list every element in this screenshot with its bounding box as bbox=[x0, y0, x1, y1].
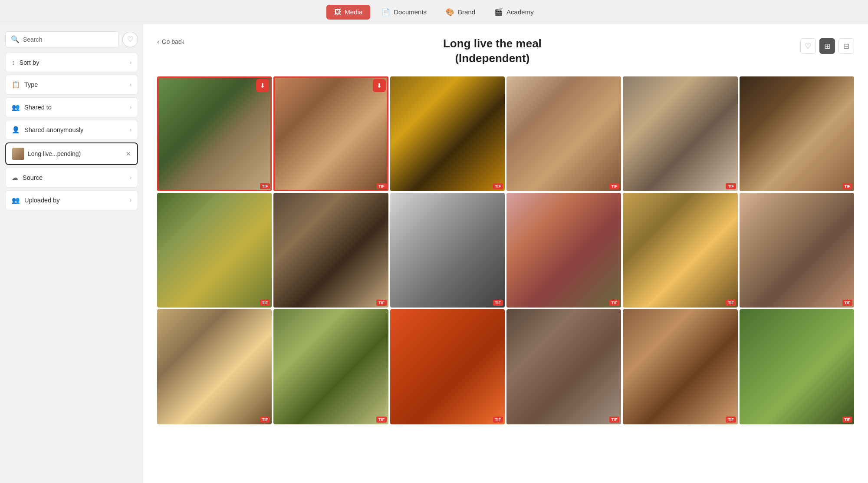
tif-badge-4: TIF bbox=[609, 183, 620, 189]
filter-uploaded-by-label: Uploaded by bbox=[24, 197, 59, 204]
tif-badge-16: TIF bbox=[609, 417, 620, 423]
image-grid: ⬇TIF⬇TIFTIFTIFTIFTIFTIFTIFTIFTIFTIFTIFTI… bbox=[157, 76, 854, 424]
favorite-button[interactable]: ♡ bbox=[122, 32, 138, 47]
header-actions: ♡ ⊞ ⊟ bbox=[800, 36, 854, 54]
image-tile-12[interactable]: TIF bbox=[740, 193, 854, 308]
nav-academy-label: Academy bbox=[506, 8, 534, 16]
search-icon: 🔍 bbox=[11, 35, 20, 43]
back-arrow-icon: ‹ bbox=[157, 38, 159, 45]
filter-shared-to[interactable]: 👥 Shared to › bbox=[5, 97, 138, 117]
filter-source-label: Source bbox=[23, 174, 43, 181]
filter-shared-anon-label: Shared anonymously bbox=[24, 126, 83, 133]
search-row: 🔍 ♡ bbox=[5, 31, 138, 47]
nav-brand[interactable]: 🎨 Brand bbox=[438, 4, 483, 20]
tif-badge-14: TIF bbox=[376, 417, 387, 423]
image-tile-15[interactable]: TIF bbox=[390, 309, 505, 424]
chevron-right-icon-5: › bbox=[130, 175, 132, 181]
tif-badge-12: TIF bbox=[842, 300, 853, 306]
image-tile-17[interactable]: TIF bbox=[623, 309, 737, 424]
download-button-2[interactable]: ⬇ bbox=[373, 79, 386, 92]
image-tile-10[interactable]: TIF bbox=[506, 193, 621, 308]
filter-sort-by[interactable]: ↕ Sort by › bbox=[5, 53, 138, 72]
tif-badge-10: TIF bbox=[609, 300, 620, 306]
image-tile-4[interactable]: TIF bbox=[506, 76, 621, 191]
tif-badge-1: TIF bbox=[260, 183, 270, 189]
chevron-right-icon-3: › bbox=[130, 104, 132, 110]
chevron-right-icon-6: › bbox=[130, 197, 132, 203]
shared-anon-icon: 👤 bbox=[12, 126, 20, 134]
main-content: ‹ Go back Long live the meal (Independen… bbox=[143, 24, 868, 483]
shared-to-icon: 👥 bbox=[12, 103, 20, 111]
view-grid-small-button[interactable]: ⊟ bbox=[838, 38, 854, 54]
sidebar: 🔍 ♡ ↕ Sort by › 📋 Type › 👥 Share bbox=[0, 24, 143, 483]
tif-badge-13: TIF bbox=[260, 417, 270, 423]
nav-academy[interactable]: 🎬 Academy bbox=[487, 4, 542, 20]
image-tile-13[interactable]: TIF bbox=[157, 309, 272, 424]
view-grid-large-button[interactable]: ⊞ bbox=[819, 38, 835, 54]
close-tag-icon[interactable]: ✕ bbox=[126, 150, 131, 157]
chevron-right-icon-2: › bbox=[130, 82, 132, 88]
image-tile-11[interactable]: TIF bbox=[623, 193, 737, 308]
nav-documents[interactable]: 📄 Documents bbox=[374, 4, 434, 20]
filter-shared-anon[interactable]: 👤 Shared anonymously › bbox=[5, 120, 138, 140]
image-tile-1[interactable]: ⬇TIF bbox=[157, 76, 272, 191]
back-button[interactable]: ‹ Go back bbox=[157, 36, 184, 45]
chevron-right-icon: › bbox=[130, 60, 132, 66]
documents-icon: 📄 bbox=[381, 8, 390, 16]
tif-badge-6: TIF bbox=[842, 183, 853, 189]
tag-thumbnail bbox=[12, 148, 24, 160]
image-tile-2[interactable]: ⬇TIF bbox=[273, 76, 388, 191]
tif-badge-11: TIF bbox=[726, 300, 736, 306]
chevron-right-icon-4: › bbox=[130, 127, 132, 133]
page-title-line1: Long live the meal bbox=[443, 37, 542, 50]
tif-badge-2: TIF bbox=[376, 183, 387, 189]
image-tile-16[interactable]: TIF bbox=[506, 309, 621, 424]
main-layout: 🔍 ♡ ↕ Sort by › 📋 Type › 👥 Share bbox=[0, 24, 868, 483]
tif-badge-17: TIF bbox=[726, 417, 736, 423]
filter-uploaded-by[interactable]: 👥 Uploaded by › bbox=[5, 190, 138, 210]
page-title-line2: (Independent) bbox=[455, 52, 529, 65]
page-title: Long live the meal (Independent) bbox=[443, 36, 542, 66]
image-tile-18[interactable]: TIF bbox=[740, 309, 854, 424]
active-tag-label: Long live...pending) bbox=[28, 150, 81, 157]
type-icon: 📋 bbox=[12, 81, 20, 89]
academy-icon: 🎬 bbox=[494, 8, 503, 16]
filter-shared-to-label: Shared to bbox=[24, 104, 52, 111]
image-tile-14[interactable]: TIF bbox=[273, 309, 388, 424]
image-tile-6[interactable]: TIF bbox=[740, 76, 854, 191]
nav-documents-label: Documents bbox=[394, 8, 427, 16]
nav-brand-label: Brand bbox=[458, 8, 475, 16]
image-tile-3[interactable]: TIF bbox=[390, 76, 505, 191]
search-input-wrap[interactable]: 🔍 bbox=[5, 31, 119, 47]
filter-source[interactable]: ☁ Source › bbox=[5, 168, 138, 188]
image-tile-5[interactable]: TIF bbox=[623, 76, 737, 191]
favorite-collection-button[interactable]: ♡ bbox=[800, 38, 816, 54]
nav-media[interactable]: 🖼 Media bbox=[326, 5, 370, 20]
nav-media-label: Media bbox=[345, 8, 362, 16]
image-tile-9[interactable]: TIF bbox=[390, 193, 505, 308]
uploaded-by-icon: 👥 bbox=[12, 196, 20, 204]
grid-large-icon: ⊞ bbox=[824, 42, 830, 51]
tif-badge-7: TIF bbox=[260, 300, 270, 306]
filter-type-label: Type bbox=[24, 81, 38, 88]
brand-icon: 🎨 bbox=[446, 8, 454, 16]
image-tile-8[interactable]: TIF bbox=[273, 193, 388, 308]
filter-sort-by-label: Sort by bbox=[20, 59, 39, 66]
source-icon: ☁ bbox=[12, 174, 18, 182]
tif-badge-8: TIF bbox=[376, 300, 387, 306]
tif-badge-18: TIF bbox=[842, 417, 853, 423]
tif-badge-3: TIF bbox=[493, 183, 503, 189]
search-input[interactable] bbox=[23, 36, 113, 43]
tif-badge-9: TIF bbox=[493, 300, 503, 306]
filter-type[interactable]: 📋 Type › bbox=[5, 75, 138, 95]
download-button-1[interactable]: ⬇ bbox=[256, 79, 269, 92]
content-header: ‹ Go back Long live the meal (Independen… bbox=[157, 36, 854, 66]
back-button-label: Go back bbox=[162, 38, 184, 45]
sort-icon: ↕ bbox=[12, 59, 15, 66]
image-tile-7[interactable]: TIF bbox=[157, 193, 272, 308]
grid-small-icon: ⊟ bbox=[843, 42, 849, 51]
active-filter-tag[interactable]: Long live...pending) ✕ bbox=[5, 142, 138, 165]
tif-badge-15: TIF bbox=[493, 417, 503, 423]
tif-badge-5: TIF bbox=[726, 183, 736, 189]
media-icon: 🖼 bbox=[334, 8, 341, 16]
